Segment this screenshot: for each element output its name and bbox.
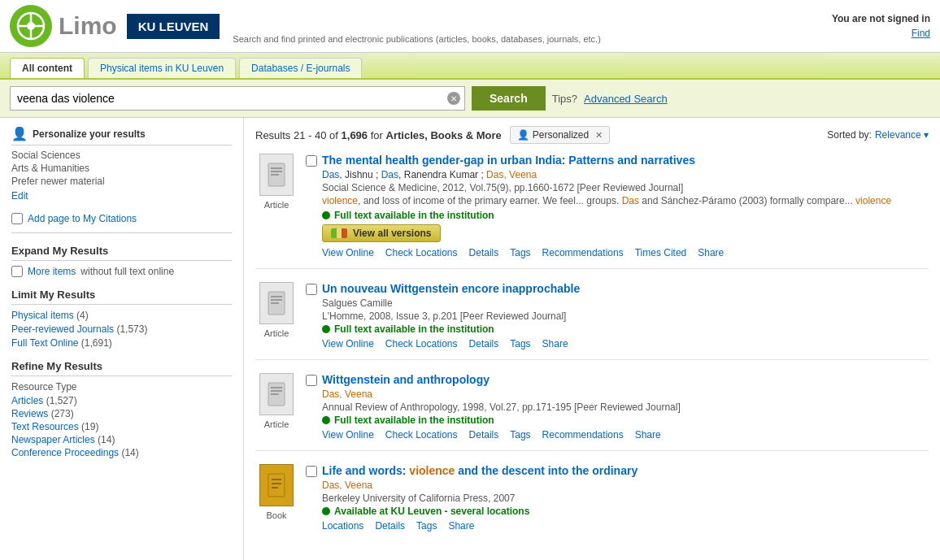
result-snippet-1: violence, and loss of income of the prim… (322, 195, 929, 206)
advanced-search-link[interactable]: Advanced Search (584, 93, 668, 105)
article-icon-2 (267, 291, 286, 315)
sorted-by: Sorted by: Relevance ▾ (827, 129, 929, 141)
refine-title: Refine My Results (11, 360, 232, 376)
result-actions-4: Locations Details Tags Share (322, 520, 929, 532)
action-tags-3[interactable]: Tags (510, 429, 530, 441)
header-subtitle: Search and find printed and electronic p… (233, 34, 600, 47)
fulltext-badge-2: Full text available in the institution (322, 323, 494, 335)
result-checkbox-2[interactable] (306, 284, 317, 295)
result-meta-4: Berkeley University of California Press,… (322, 493, 929, 504)
book-icon-4 (267, 473, 286, 497)
limit-peer-reviewed[interactable]: Peer-reviewed Journals (1,573) (11, 323, 232, 335)
action-view-online-3[interactable]: View Online (322, 429, 374, 441)
add-citations-checkbox[interactable] (11, 213, 23, 224)
result-item-4: Book Life and words: violence and the de… (255, 464, 929, 541)
available-badge-4: Available at KU Leuven - several locatio… (322, 506, 529, 517)
result-checkbox-4[interactable] (306, 466, 317, 477)
tab-databases[interactable]: Databases / E-journals (239, 58, 362, 78)
action-details-2[interactable]: Details (469, 338, 499, 349)
tips-label: Tips? (552, 93, 577, 105)
resource-type-reviews[interactable]: Reviews (273) (11, 408, 232, 419)
result-meta-1: Social Science & Medicine, 2012, Vol.75(… (322, 182, 929, 193)
view-versions-btn-1[interactable]: View all versions (322, 224, 441, 242)
article-icon-3 (267, 382, 286, 406)
tabs-container: All content Physical items in KU Leuven … (10, 58, 930, 78)
action-share-1[interactable]: Share (698, 247, 724, 258)
result-type-1: Article (264, 200, 289, 210)
expand-title: Expand My Results (11, 245, 232, 261)
not-signed-in: You are not signed in (832, 13, 930, 24)
search-clear-button[interactable]: ✕ (447, 92, 460, 105)
main-layout: 👤 Personalize your results Social Scienc… (0, 118, 940, 560)
result-authors-2: Salgues Camille (322, 297, 929, 309)
ku-leuven-badge: KU LEUVEN (127, 14, 220, 39)
action-share-3[interactable]: Share (635, 429, 661, 441)
personalized-badge: 👤 Personalized ✕ (510, 126, 610, 144)
badge-close-button[interactable]: ✕ (595, 130, 603, 141)
results-count: Results 21 - 40 of 1,696 for Articles, B… (255, 129, 502, 141)
result-checkbox-1[interactable] (306, 155, 317, 167)
action-locations-4[interactable]: Locations (322, 520, 363, 532)
action-details-3[interactable]: Details (469, 429, 499, 441)
limit-full-text[interactable]: Full Text Online (1,691) (11, 337, 232, 349)
action-details-4[interactable]: Details (375, 520, 405, 532)
result-title-2[interactable]: Un nouveau Wittgenstein encore inapproch… (322, 282, 580, 295)
result-content-3: Wittgenstein and anthropology Das, Veena… (306, 373, 929, 441)
resource-type-conference[interactable]: Conference Proceedings (14) (11, 447, 232, 458)
badge-user-icon: 👤 (517, 129, 529, 141)
action-recommendations-3[interactable]: Recommendations (542, 429, 624, 441)
more-items-link[interactable]: More items (28, 266, 76, 277)
result-content-4: Life and words: violence and the descent… (306, 464, 929, 532)
header: Limo KU LEUVEN Search and find printed a… (0, 0, 940, 53)
action-check-locations-3[interactable]: Check Locations (385, 429, 458, 441)
limit-physical[interactable]: Physical items (4) (11, 310, 232, 321)
svg-rect-16 (268, 474, 285, 497)
action-tags-2[interactable]: Tags (510, 338, 530, 349)
action-view-online-1[interactable]: View Online (322, 247, 374, 258)
action-check-locations-1[interactable]: Check Locations (385, 247, 458, 258)
result-actions-1: View Online Check Locations Details Tags… (322, 247, 929, 258)
action-details-1[interactable]: Details (469, 247, 499, 258)
result-meta-3: Annual Review of Anthropology, 1998, Vol… (322, 402, 929, 413)
logo-icon (16, 11, 46, 41)
find-link[interactable]: Find (912, 28, 930, 39)
action-times-cited-1[interactable]: Times Cited (635, 247, 687, 258)
action-share-4[interactable]: Share (448, 520, 474, 532)
result-thumb-4: Book (255, 464, 298, 532)
action-share-2[interactable]: Share (542, 338, 568, 349)
result-type-4: Book (266, 510, 286, 520)
result-content-2: Un nouveau Wittgenstein encore inapproch… (306, 282, 929, 349)
tab-all-content[interactable]: All content (10, 58, 85, 78)
personalize-item-3: Prefer newer material (11, 176, 232, 187)
action-tags-4[interactable]: Tags (416, 520, 437, 532)
personalize-title: Personalize your results (33, 128, 146, 140)
add-citations-link[interactable]: Add page to My Citations (28, 213, 137, 224)
resource-type-articles[interactable]: Articles (1,527) (11, 395, 232, 406)
resource-type-newspaper[interactable]: Newspaper Articles (14) (11, 434, 232, 445)
edit-link[interactable]: Edit (11, 190, 28, 202)
result-thumb-3: Article (255, 373, 298, 441)
personalized-label: Personalized (533, 129, 589, 141)
expand-checkbox[interactable] (11, 266, 23, 277)
action-tags-1[interactable]: Tags (510, 247, 530, 258)
result-title-4[interactable]: Life and words: violence and the descent… (322, 464, 638, 477)
search-button[interactable]: Search (472, 86, 546, 111)
results-area: Results 21 - 40 of 1,696 for Articles, B… (244, 118, 940, 560)
action-check-locations-2[interactable]: Check Locations (385, 338, 458, 349)
sort-relevance-link[interactable]: Relevance ▾ (875, 129, 929, 141)
result-item: Article The mental health gender-gap in … (255, 154, 929, 269)
fulltext-badge-1: Full text available in the institution (322, 210, 494, 221)
logo-circle (10, 5, 52, 47)
resource-type-text[interactable]: Text Resources (19) (11, 421, 232, 432)
tab-physical-items[interactable]: Physical items in KU Leuven (88, 58, 236, 78)
action-view-online-2[interactable]: View Online (322, 338, 374, 349)
result-checkbox-3[interactable] (306, 375, 317, 386)
article-icon-1 (267, 163, 286, 187)
tabs-bar: All content Physical items in KU Leuven … (0, 53, 940, 80)
result-title-1[interactable]: The mental health gender-gap in urban In… (322, 154, 695, 167)
result-authors-4: Das, Veena (322, 480, 929, 491)
result-title-3[interactable]: Wittgenstein and anthropology (322, 373, 490, 386)
personalize-item-1: Social Sciences (11, 150, 232, 161)
search-input[interactable] (10, 86, 465, 111)
action-recommendations-1[interactable]: Recommendations (542, 247, 624, 258)
